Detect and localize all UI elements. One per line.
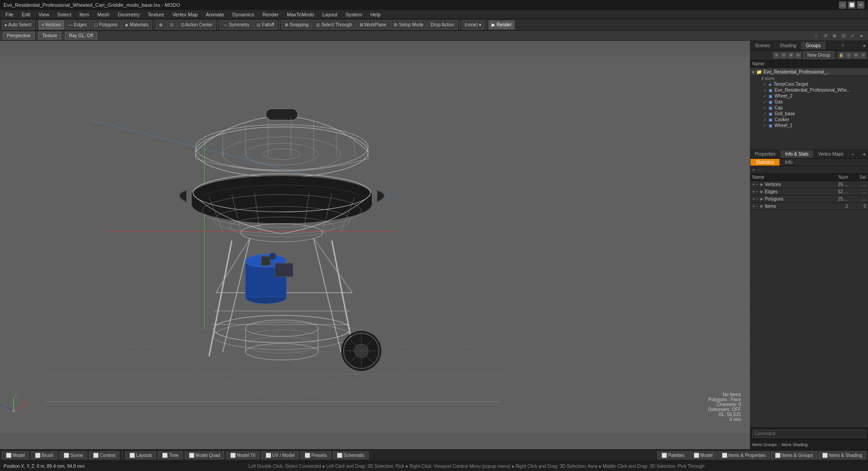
model-quad-btn[interactable]: ⬜ Model Quad [185,451,224,459]
presets-btn[interactable]: ⬜ Presets [301,451,331,459]
row-expand-3[interactable]: ▶ [760,204,763,208]
window-controls[interactable]: — ⬜ ✕ [839,1,864,9]
menu-dynamics[interactable]: Dynamics [229,11,258,18]
schematic-btn[interactable]: ⬜ Schematic [333,451,369,459]
time-btn[interactable]: ⬜ Time [158,451,182,459]
uv-model-btn[interactable]: ⬜ UV / Model [261,451,299,459]
edges-button[interactable]: — Edges [65,20,90,29]
falloff-button[interactable]: ◎ Falloff [253,20,277,29]
tree-item-wheel2[interactable]: ✓ ▣ Wheel_2 [750,93,868,99]
sym-button-1[interactable]: ⊕ [156,20,166,29]
prop-tab-add-icon[interactable]: + [848,150,857,158]
select-through-button[interactable]: ◎ Select Through [313,20,355,29]
prop-collapse-icon[interactable]: ◂ [860,150,868,158]
sym-button-2[interactable]: ⊙ [167,20,177,29]
panel-collapse-icon[interactable]: ◂ [860,41,868,50]
texture-label[interactable]: Texture [38,32,61,39]
vertices-button[interactable]: • Vertices [39,20,64,29]
model-tab[interactable]: ⬜ Model [2,451,29,459]
group-icon-4[interactable]: ⊟ [795,52,801,59]
viewport-fit-icon[interactable]: ⊡ [840,32,847,39]
tree-item-wheel1[interactable]: ✓ ▣ Wheel_1 [750,123,868,128]
stats-plus-icon[interactable]: + [752,167,755,172]
stats-row-edges[interactable]: + − ▶ Edges 52.... .... [750,188,868,196]
viewport-next-icon[interactable]: ▸ [858,32,865,39]
group-icon-5[interactable]: 🔒 [838,52,844,59]
panel-add-icon[interactable]: + [838,41,847,50]
group-icon-7[interactable]: ⊕ [853,52,859,59]
render-button[interactable]: ▶ Render [488,20,515,29]
items-properties-btn[interactable]: ⬜ Items & Properties [718,451,770,459]
row-minus-3[interactable]: − [756,204,759,209]
group-root-item[interactable]: ▾ 📁 Evo_Residential_Professional_... [750,69,868,76]
row-plus-1[interactable]: + [752,189,755,194]
action-center-button[interactable]: ⊡ Action Center [178,20,216,29]
row-minus-0[interactable]: − [756,182,759,187]
command-input[interactable] [752,430,866,438]
stats-minus-icon[interactable]: − [758,167,760,172]
tab-scenes[interactable]: Scenes [750,42,775,49]
stats-row-items[interactable]: + − ▶ Items 2 0 [750,203,868,210]
viewport-home-icon[interactable]: ⌂ [813,32,820,39]
row-plus-2[interactable]: + [752,196,755,201]
workplane-button[interactable]: ⊞ WorkPlane [356,20,390,29]
menu-edit[interactable]: Edit [18,11,34,18]
symmetry-button[interactable]: ↔ Symmetry [220,20,252,29]
menu-help[interactable]: Help [367,11,385,18]
row-minus-1[interactable]: − [756,189,759,194]
stats-row-vertices[interactable]: + − ▶ Vertices 26.... .... [750,181,868,188]
group-icon-6[interactable]: ◷ [845,52,852,59]
polygons-button[interactable]: ◻ Polygons [91,20,121,29]
menu-view[interactable]: View [35,11,53,18]
materials-button[interactable]: ◈ Materials [122,20,151,29]
tree-view[interactable]: ▾ 📁 Evo_Residential_Professional_... 8 I… [750,68,868,129]
row-minus-2[interactable]: − [756,196,759,201]
tree-item-evo[interactable]: ✓ ▣ Evo_Residential_Professional_Whe... [750,87,868,93]
snapping-button[interactable]: ⊕ Snapping [281,20,312,29]
brush-tab[interactable]: ⬜ Brush [31,451,58,459]
drop-action-button[interactable]: Drop Action [428,20,458,29]
close-button[interactable]: ✕ [857,1,864,9]
tab-groups[interactable]: Groups [801,42,826,49]
model-layout-btn[interactable]: ⬜ Model [690,451,717,459]
group-icon-8[interactable]: ⊙ [860,52,866,59]
layouts-btn[interactable]: ⬜ Layouts [125,451,156,459]
auto-select-button[interactable]: ▸ Auto Select [2,20,35,29]
minimize-button[interactable]: — [839,1,846,9]
tree-item-tempcam[interactable]: ✓ ◈ TempCam.Target [750,81,868,87]
viewport-zoom-icon[interactable]: ⊕ [831,32,838,39]
tab-statistics[interactable]: Statistics [750,159,779,166]
menu-maxtomodo[interactable]: MaxToModo [283,11,318,18]
model-tri-btn[interactable]: ⬜ Model Tri [226,451,260,459]
menu-file[interactable]: File [2,11,17,18]
scene-tab[interactable]: ⬜ Scene [59,451,87,459]
menu-system[interactable]: System [342,11,366,18]
tab-properties[interactable]: Properties [750,150,781,158]
viewport-expand-icon[interactable]: ⤢ [849,32,856,39]
3d-viewport[interactable]: X Y Z No Items Polygons : Face Channels:… [0,41,750,449]
menu-item[interactable]: Item [76,11,93,18]
row-plus-0[interactable]: + [752,182,755,187]
group-icon-1[interactable]: ⊕ [773,52,779,59]
root-toggle[interactable]: ▾ [752,70,755,74]
group-icon-2[interactable]: ⊡ [780,52,787,59]
row-plus-3[interactable]: + [752,204,755,209]
action-dropdown[interactable]: (none) ▾ [462,20,485,29]
row-expand-2[interactable]: ▶ [760,197,763,201]
palettes-btn[interactable]: ⬜ Palettes [657,451,689,459]
row-expand-1[interactable]: ▶ [760,190,763,194]
maximize-button[interactable]: ⬜ [848,1,855,9]
menu-mesh[interactable]: Mesh [94,11,113,18]
stats-row-polygons[interactable]: + − ▶ Polygons 25.... .... [750,196,868,203]
tree-item-grillbase[interactable]: ✓ ▣ Grill_base [750,111,868,117]
tree-item-cooker[interactable]: ✓ ▣ Cooker [750,117,868,123]
menu-layout[interactable]: Layout [319,11,341,18]
tab-info[interactable]: Info [779,159,798,166]
perspective-label[interactable]: Perspective [3,32,35,39]
tab-info-stats[interactable]: Info & Stats [781,150,814,158]
tab-vertex-maps[interactable]: Vertex Maps [814,150,848,158]
context-tab[interactable]: ⬜ Context [89,451,119,459]
raygl-label[interactable]: Ray GL: Off [65,32,97,39]
tree-item-cap[interactable]: ✓ ▣ Cap [750,105,868,111]
menu-texture[interactable]: Texture [144,11,168,18]
